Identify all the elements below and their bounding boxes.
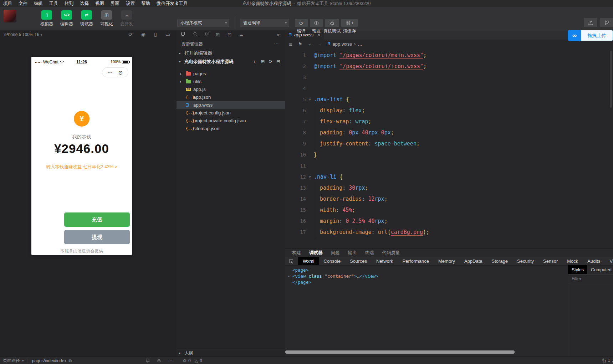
editor-toggle[interactable]: </>编辑器	[58, 10, 75, 27]
page-path-label[interactable]: 页面路径	[3, 358, 20, 364]
source-control-icon[interactable]	[204, 31, 210, 37]
menu-item[interactable]: 转到	[61, 0, 77, 7]
more-icon[interactable]	[168, 358, 172, 363]
menu-item[interactable]: 微信开发者工具	[153, 0, 191, 7]
devtools-tab-vulnerability[interactable]: Vulnerability	[605, 257, 613, 265]
copy-icon[interactable]	[68, 358, 72, 363]
editor-scrollbar[interactable]	[610, 51, 612, 108]
problem-counts[interactable]: 0 0	[183, 357, 202, 364]
bookmark-icon[interactable]	[298, 41, 302, 47]
new-folder-icon[interactable]	[261, 58, 265, 66]
styles-tab-computed[interactable]: Computed	[587, 265, 613, 274]
device-selector[interactable]: iPhone 5 100% 16	[4, 32, 42, 37]
compile-dropdown[interactable]: 普通编译	[240, 19, 289, 27]
breadcrumb[interactable]: Ǝ app.wxss …	[328, 41, 363, 47]
debugger-toggle[interactable]: ⇄调试器	[78, 10, 95, 27]
project-root-section[interactable]: 充电余额特效小程序源码	[177, 58, 285, 66]
search-icon[interactable]	[193, 31, 198, 37]
more-actions-icon[interactable]	[274, 40, 279, 46]
file-row-project.private.config.json[interactable]: {..}project.private.config.json	[177, 117, 285, 125]
record-icon[interactable]	[141, 31, 145, 37]
panel-tab-构建[interactable]: 构建	[292, 250, 301, 256]
explorer-files-icon[interactable]	[180, 31, 185, 37]
drag-upload-badge[interactable]: ∞ 拖拽上传	[568, 30, 613, 41]
inspect-element-icon[interactable]	[285, 259, 297, 264]
wxml-node[interactable]: </page>	[287, 279, 568, 285]
devtools-tab-sensor[interactable]: Sensor	[538, 257, 562, 265]
outline-toggle-icon[interactable]	[289, 41, 293, 47]
miniprogram-capsule[interactable]: •••	[102, 67, 128, 77]
devtools-tab-storage[interactable]: Storage	[487, 257, 513, 265]
styles-tab-styles[interactable]: Styles	[568, 265, 587, 274]
styles-filter-input[interactable]: Filter	[568, 275, 613, 283]
menu-item[interactable]: 设置	[123, 0, 138, 7]
visual-toggle[interactable]: ◫可视化	[98, 10, 115, 27]
cloud-toggle[interactable]: ☁云开发	[118, 10, 135, 27]
file-row-app.wxss[interactable]: Ǝapp.wxss	[177, 101, 285, 109]
devtools-tab-memory[interactable]: Memory	[434, 257, 460, 265]
widget-icon[interactable]	[228, 32, 232, 37]
monitor-icon[interactable]	[165, 31, 170, 37]
open-editors-section[interactable]: 打开的编辑器	[177, 49, 285, 57]
panel-tab-终端[interactable]: 终端	[365, 250, 374, 256]
fold-icon[interactable]: ˅	[306, 94, 314, 105]
fold-icon[interactable]: ˅	[306, 171, 314, 183]
file-row-pages[interactable]: pages	[177, 70, 285, 78]
devtools-tab-audits[interactable]: Audits	[583, 257, 605, 265]
withdraw-button[interactable]: 提现	[64, 230, 130, 244]
simulator-toggle[interactable]: ▯模拟器	[39, 10, 55, 27]
menu-item[interactable]: 项目	[0, 0, 15, 7]
devtools-tab-sources[interactable]: Sources	[345, 257, 372, 265]
rotate-icon[interactable]	[128, 31, 133, 37]
devtools-tab-mock[interactable]: Mock	[562, 257, 583, 265]
menu-item[interactable]: 选择	[77, 0, 92, 7]
cloud-icon[interactable]	[239, 32, 244, 37]
panel-tab-代码质量[interactable]: 代码质量	[382, 250, 400, 256]
new-file-icon[interactable]	[252, 58, 257, 66]
devtools-tab-wxml[interactable]: Wxml	[298, 257, 319, 265]
file-row-app.js[interactable]: JSapp.js	[177, 86, 285, 93]
file-row-utils[interactable]: utils	[177, 78, 285, 86]
plugins-icon[interactable]	[216, 32, 220, 37]
wxml-node[interactable]: <page>	[287, 267, 568, 273]
file-row-sitemap.json[interactable]: {..}sitemap.json	[177, 125, 285, 133]
menu-item[interactable]: 编辑	[31, 0, 46, 7]
outline-section[interactable]: 大纲	[177, 349, 285, 357]
wxml-tree[interactable]: <page><view class="container">…</view></…	[285, 265, 568, 357]
mode-dropdown[interactable]: 小程序模式	[177, 19, 229, 27]
file-row-app.json[interactable]: {..}app.json	[177, 93, 285, 101]
phone-icon[interactable]	[154, 31, 157, 37]
devtools-tab-appdata[interactable]: AppData	[460, 257, 487, 265]
close-target-icon[interactable]	[118, 70, 123, 75]
eye-icon[interactable]	[157, 359, 162, 363]
clear-cache-button[interactable]	[341, 19, 358, 27]
collapse-sidebar-icon[interactable]	[277, 32, 281, 37]
promo-link[interactable]: 转入零钱通赚收益 七日年化2.43% >	[31, 164, 132, 170]
upload-button[interactable]	[584, 18, 597, 27]
cursor-position[interactable]: 行 1，列 1	[602, 357, 613, 364]
preview-button[interactable]	[310, 19, 323, 27]
collapse-all-icon[interactable]	[276, 58, 280, 66]
back-icon[interactable]	[308, 41, 312, 47]
forward-icon[interactable]	[318, 41, 322, 47]
devtools-tab-performance[interactable]: Performance	[398, 257, 434, 265]
branch-button[interactable]	[600, 18, 613, 27]
recharge-button[interactable]: 充值	[64, 212, 130, 227]
panel-tab-调试器[interactable]: 调试器	[309, 250, 323, 256]
expand-icon[interactable]	[288, 273, 290, 279]
panel-tab-问题[interactable]: 问题	[331, 250, 340, 256]
devtools-tab-console[interactable]: Console	[319, 257, 346, 265]
more-dots-icon[interactable]: •••	[108, 71, 113, 74]
horizontal-scrollbar[interactable]	[285, 350, 515, 354]
menu-item[interactable]: 界面	[107, 0, 123, 7]
devtools-tab-security[interactable]: Security	[512, 257, 538, 265]
notification-icon[interactable]	[145, 358, 150, 363]
devtools-tab-network[interactable]: Network	[372, 257, 398, 265]
panel-tab-输出[interactable]: 输出	[348, 250, 357, 256]
menu-item[interactable]: 文件	[15, 0, 31, 7]
menu-item[interactable]: 工具	[46, 0, 61, 7]
file-row-project.config.json[interactable]: {..}project.config.json	[177, 109, 285, 117]
wxml-node[interactable]: <view class="container">…</view>	[287, 273, 568, 279]
remote-debug-button[interactable]	[325, 19, 339, 27]
menu-item[interactable]: 视图	[92, 0, 107, 7]
